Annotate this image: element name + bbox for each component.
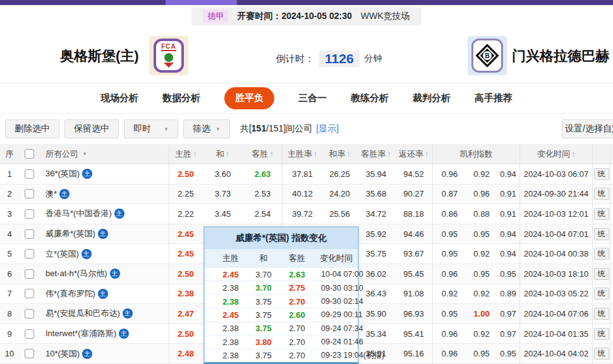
away-odds[interactable]: 2.54 xyxy=(243,204,282,224)
row-checkbox[interactable] xyxy=(25,269,34,279)
popup-change-time: 09-29 00:11 xyxy=(315,310,363,319)
checkbox-cell xyxy=(19,204,39,224)
checkbox-cell xyxy=(19,344,39,363)
kickoff-time: 开赛时间：2024-10-05 02:30 xyxy=(237,11,351,22)
col-change-time[interactable]: 变化时间↑ xyxy=(520,144,593,164)
company-cell[interactable]: 36*(英国)主 xyxy=(39,164,169,184)
col-away-rate[interactable]: 客胜率↑ xyxy=(357,144,395,164)
home-odds[interactable]: 2.45 xyxy=(169,224,202,244)
table-toolbar: 删除选中 保留选中 即时▼ 筛选▼ 共[151/151]间公司 [显示] 设置/… xyxy=(0,114,613,144)
home-odds[interactable]: 2.22 xyxy=(169,204,202,224)
select-all-checkbox[interactable] xyxy=(25,149,34,159)
stat-button[interactable]: 统 xyxy=(594,188,609,200)
row-checkbox[interactable] xyxy=(25,249,34,258)
stat-button[interactable]: 统 xyxy=(594,348,609,360)
checkbox-cell xyxy=(19,185,39,204)
league-badge[interactable]: 德甲 xyxy=(203,9,228,23)
away-rate: 35.75 xyxy=(357,244,395,264)
main-company-badge: 主 xyxy=(82,249,92,259)
home-odds[interactable]: 2.48 xyxy=(169,344,202,363)
stat-button[interactable]: 统 xyxy=(594,328,609,340)
tab-live-analysis[interactable]: 现场分析 xyxy=(100,92,138,104)
home-odds[interactable]: 2.47 xyxy=(169,304,202,324)
draw-odds[interactable]: 3.45 xyxy=(202,204,243,224)
tab-coach-analysis[interactable]: 教练分析 xyxy=(351,92,389,104)
company-cell[interactable]: 易*(安提瓜和巴布达)主 xyxy=(39,304,169,324)
home-odds[interactable]: 2.50 xyxy=(169,324,202,344)
col-draw-odds[interactable]: 和↑ xyxy=(202,144,243,164)
stat-cell: 统 xyxy=(593,224,610,244)
table-row: 3 香港马*(中国香港)主 2.22 3.45 2.54 39.72 25.56… xyxy=(0,204,613,224)
stat-button[interactable]: 统 xyxy=(594,228,609,240)
stat-button[interactable]: 统 xyxy=(594,308,609,320)
col-company[interactable]: 所有公司▼ xyxy=(39,144,169,164)
away-team-logo: B xyxy=(468,36,507,75)
kelly-away: 0.97 xyxy=(497,304,520,324)
stat-button[interactable]: 统 xyxy=(594,168,609,180)
row-checkbox[interactable] xyxy=(25,169,34,179)
away-odds[interactable]: 2.53 xyxy=(243,185,282,204)
return-rate: 95.45 xyxy=(395,264,433,284)
row-checkbox[interactable] xyxy=(25,209,34,219)
tab-data-analysis[interactable]: 数据分析 xyxy=(162,92,200,104)
return-rate: 96.93 xyxy=(395,304,433,324)
draw-odds[interactable]: 3.60 xyxy=(202,164,243,184)
company-cell[interactable]: 伟*(直布罗陀)主 xyxy=(39,284,169,304)
row-checkbox[interactable] xyxy=(25,289,34,298)
main-company-badge: 主 xyxy=(110,269,120,279)
popup-draw-odds: 3.75 xyxy=(248,310,279,320)
col-draw-rate[interactable]: 和率↑ xyxy=(322,144,357,164)
company-cell[interactable]: 立*(英国)主 xyxy=(39,244,169,264)
popup-home-odds: 2.45 xyxy=(214,310,248,320)
row-checkbox[interactable] xyxy=(25,349,34,358)
company-cell[interactable]: 香港马*(中国香港)主 xyxy=(39,204,169,224)
company-count-text: 共[151/151]间公司 xyxy=(240,123,312,135)
stat-button[interactable]: 统 xyxy=(594,288,609,300)
change-time: 2024-09-30 21:44 xyxy=(520,185,593,204)
keep-selected-button[interactable]: 保留选中 xyxy=(64,119,119,138)
row-checkbox[interactable] xyxy=(25,189,34,198)
col-return-rate[interactable]: 返还率↑ xyxy=(395,144,433,164)
tab-expert-picks[interactable]: 高手推荐 xyxy=(475,92,513,104)
history-cell xyxy=(610,344,613,363)
history-cell xyxy=(610,185,613,204)
home-odds[interactable]: 2.38 xyxy=(169,284,202,304)
col-home-odds[interactable]: 主胜↑ xyxy=(169,144,202,164)
filter-dropdown[interactable]: 筛选▼ xyxy=(183,119,230,138)
stat-button[interactable]: 统 xyxy=(594,208,609,220)
home-odds[interactable]: 2.50 xyxy=(169,164,202,184)
row-checkbox[interactable] xyxy=(25,309,34,318)
home-odds[interactable]: 2.50 xyxy=(169,264,202,284)
return-rate: 94.46 xyxy=(395,224,433,244)
col-away-odds[interactable]: 客胜↑ xyxy=(243,144,282,164)
home-team-logo: FCA xyxy=(149,36,188,75)
sort-up-icon: ↑ xyxy=(193,150,197,159)
company-cell[interactable]: 10*(英国)主 xyxy=(39,344,169,363)
home-odds[interactable]: 2.45 xyxy=(169,244,202,264)
sort-up-icon: ↑ xyxy=(270,150,274,159)
away-odds[interactable]: 2.63 xyxy=(243,164,282,184)
home-odds[interactable]: 2.25 xyxy=(169,185,202,204)
stat-button[interactable]: 统 xyxy=(594,248,609,260)
tab-three-in-one[interactable]: 三合一 xyxy=(298,92,327,104)
row-seq: 5 xyxy=(0,244,19,264)
company-cell[interactable]: 澳*主 xyxy=(39,185,169,204)
settings-select-button[interactable]: 设置/选择自定义 xyxy=(562,119,613,138)
tab-referee-analysis[interactable]: 裁判分析 xyxy=(413,92,451,104)
tab-win-draw-lose[interactable]: 胜平负 xyxy=(224,87,274,109)
col-home-rate[interactable]: 主胜率↑ xyxy=(282,144,322,164)
show-link[interactable]: [显示] xyxy=(316,123,339,135)
delete-selected-button[interactable]: 删除选中 xyxy=(5,119,59,138)
row-checkbox[interactable] xyxy=(25,329,34,339)
instant-dropdown[interactable]: 即时▼ xyxy=(124,119,178,138)
countdown-value: 1126 xyxy=(319,51,360,67)
company-cell[interactable]: 威廉希*(英国)主 xyxy=(39,224,169,244)
company-cell[interactable]: Interwet*(塞浦路斯)主 xyxy=(39,324,169,344)
row-checkbox[interactable] xyxy=(25,229,34,239)
draw-odds[interactable]: 3.73 xyxy=(202,185,243,204)
table-row: 1 36*(英国)主 2.50 3.60 2.63 37.81 26.25 35… xyxy=(0,164,613,185)
company-cell[interactable]: bet-at-h*(马尔他)主 xyxy=(39,264,169,284)
stat-button[interactable]: 统 xyxy=(594,268,609,280)
change-time: 2024-10-03 06:07 xyxy=(520,164,593,184)
checkbox-cell xyxy=(19,304,39,324)
